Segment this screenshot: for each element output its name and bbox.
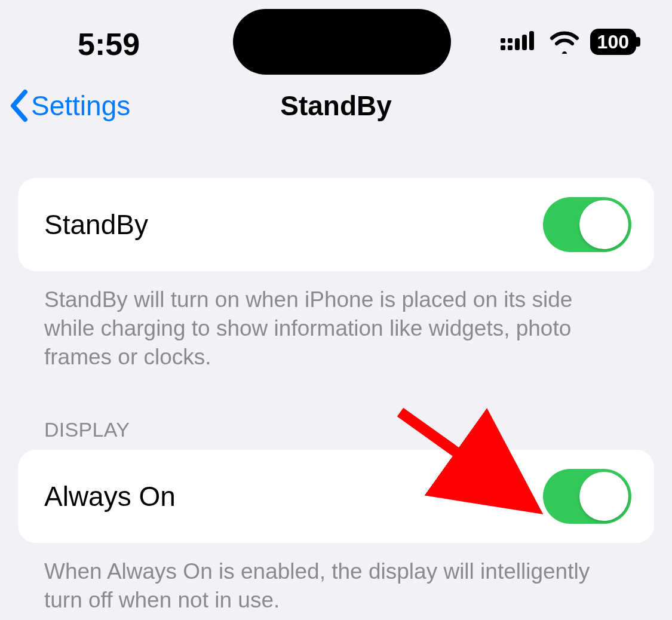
wifi-icon [550,30,579,54]
status-right-cluster: 100 [501,29,636,55]
battery-percent: 100 [597,32,629,51]
svg-rect-6 [529,31,534,50]
svg-rect-3 [522,35,527,50]
settings-group-standby: StandBy StandBy will turn on when iPhone… [18,178,654,372]
dynamic-island [233,9,451,75]
svg-rect-5 [508,38,513,43]
standby-toggle[interactable] [543,197,631,252]
settings-group-display: DISPLAY Always On When Always On is enab… [18,418,654,615]
always-on-toggle[interactable] [543,469,631,524]
content: StandBy StandBy will turn on when iPhone… [0,143,672,615]
nav-bar: Settings StandBy [0,72,672,143]
back-button[interactable]: Settings [8,90,130,122]
standby-label: StandBy [44,208,148,241]
svg-rect-1 [508,45,513,50]
display-header: DISPLAY [18,418,654,450]
toggle-knob [579,200,628,249]
svg-rect-0 [501,45,505,50]
cellular-icon [501,30,539,54]
always-on-label: Always On [44,480,176,512]
chevron-left-icon [8,90,30,122]
svg-rect-4 [501,38,505,43]
battery-nub-icon [636,37,640,47]
toggle-knob [579,472,628,521]
always-on-cell: Always On [18,450,654,543]
always-on-footer: When Always On is enabled, the display w… [18,543,654,615]
status-time: 5:59 [78,26,140,62]
svg-rect-2 [515,38,520,50]
back-label: Settings [31,90,130,122]
standby-cell: StandBy [18,178,654,271]
status-bar: 5:59 100 [0,0,672,72]
standby-footer: StandBy will turn on when iPhone is plac… [18,271,654,372]
page-title: StandBy [280,90,392,122]
battery-indicator: 100 [590,29,636,55]
